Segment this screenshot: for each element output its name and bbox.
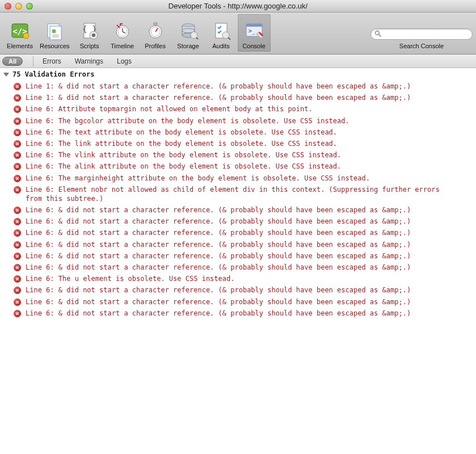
search-box[interactable]	[370, 28, 473, 40]
console-error-row[interactable]: Line 1: & did not start a character refe…	[0, 92, 476, 103]
console-group-header[interactable]: 75 Validation Errors	[0, 68, 476, 81]
zoom-window-button[interactable]	[26, 3, 33, 10]
toolbar-audits[interactable]: Audits	[205, 14, 238, 52]
console-error-row[interactable]: Line 6: The bgcolor attribute on the bod…	[0, 115, 476, 127]
console-message-text: Line 6: The link attribute on the body e…	[26, 139, 337, 148]
error-icon	[14, 275, 21, 283]
error-icon	[14, 287, 21, 294]
console-error-row[interactable]: Line 6: The u element is obsolete. Use C…	[0, 273, 476, 284]
console-filter-bar: All ErrorsWarningsLogs	[0, 54, 476, 68]
resources-icon	[44, 20, 65, 41]
console-error-row[interactable]: Line 6: & did not start a character refe…	[0, 308, 476, 319]
error-icon	[14, 186, 21, 194]
error-icon	[14, 241, 21, 249]
svg-line-25	[196, 37, 198, 39]
console-error-row[interactable]: Line 6: The alink attribute on the body …	[0, 161, 476, 172]
console-message-text: Line 6: & did not start a character refe…	[26, 217, 411, 226]
console-message-text: Line 6: The alink attribute on the body …	[26, 162, 341, 171]
console-error-row[interactable]: Line 6: & did not start a character refe…	[0, 204, 476, 216]
toolbar-profiles[interactable]: Profiles	[139, 14, 172, 52]
console-message-text: Line 6: & did not start a character refe…	[26, 228, 411, 237]
toolbar-item-label: Timeline	[111, 43, 134, 49]
svg-point-11	[92, 33, 95, 37]
main-toolbar: </>ElementsResources{ }ScriptsTimelinePr…	[0, 12, 476, 54]
toolbar-timeline[interactable]: Timeline	[106, 14, 139, 52]
search-area: Search Console	[370, 28, 473, 52]
error-icon	[14, 229, 21, 237]
scripts-icon: { }	[79, 20, 100, 41]
console-icon: >_	[243, 20, 265, 41]
toolbar-item-label: Storage	[177, 43, 199, 49]
filter-logs[interactable]: Logs	[113, 57, 135, 65]
console-message-text: Line 6: & did not start a character refe…	[26, 205, 411, 215]
console-message-text: Line 6: The vlink attribute on the body …	[26, 150, 341, 159]
filter-all-button[interactable]: All	[2, 57, 23, 66]
console-error-row[interactable]: Line 6: The marginheight attribute on th…	[0, 173, 476, 184]
console-error-row[interactable]: Line 6: & did not start a character refe…	[0, 250, 476, 262]
error-icon	[14, 129, 21, 136]
toolbar-item-label: Audits	[212, 43, 230, 49]
minimize-window-button[interactable]	[15, 3, 22, 10]
console-error-row[interactable]: Line 6: Element nobr not allowed as chil…	[0, 184, 476, 204]
console-message-text: Line 6: & did not start a character refe…	[26, 285, 411, 295]
error-icon	[14, 83, 21, 90]
console-message-text: Line 6: The u element is obsolete. Use C…	[26, 274, 234, 283]
toolbar-elements[interactable]: </>Elements	[3, 14, 36, 52]
group-title: 75 Validation Errors	[12, 70, 95, 78]
svg-line-35	[379, 34, 381, 36]
console-message-text: Line 1: & did not start a character refe…	[26, 93, 411, 102]
traffic-lights	[5, 3, 33, 10]
console-error-row[interactable]: Line 6: & did not start a character refe…	[0, 296, 476, 308]
toolbar-item-label: Resources	[40, 43, 70, 49]
toolbar-item-label: Console	[242, 43, 265, 49]
console-message-text: Line 1: & did not start a character refe…	[26, 82, 411, 91]
toolbar-scripts[interactable]: { }Scripts	[73, 14, 106, 52]
console-message-text: Line 6: & did not start a character refe…	[26, 240, 411, 249]
divider	[33, 56, 33, 66]
svg-rect-19	[154, 23, 157, 25]
error-icon	[14, 94, 21, 102]
storage-icon	[178, 20, 199, 41]
error-icon	[14, 207, 21, 214]
svg-rect-5	[52, 30, 56, 33]
console-message-text: Line 6: Element nobr not allowed as chil…	[26, 185, 445, 203]
search-input[interactable]	[384, 31, 469, 37]
filter-warnings[interactable]: Warnings	[71, 57, 107, 65]
toolbar-resources[interactable]: Resources	[36, 14, 73, 52]
error-icon	[14, 152, 21, 159]
console-error-row[interactable]: Line 6: The link attribute on the body e…	[0, 138, 476, 149]
profiles-icon	[145, 20, 166, 41]
console-error-row[interactable]: Line 6: The text attribute on the body e…	[0, 127, 476, 138]
error-icon	[14, 264, 21, 271]
search-icon	[374, 30, 381, 39]
console-error-row[interactable]: Line 6: & did not start a character refe…	[0, 284, 476, 296]
svg-rect-30	[246, 24, 262, 27]
timeline-icon	[112, 20, 133, 41]
console-error-row[interactable]: Line 1: & did not start a character refe…	[0, 81, 476, 92]
console-error-row[interactable]: Line 6: & did not start a character refe…	[0, 262, 476, 273]
error-icon	[14, 175, 21, 182]
window-title: Developer Tools - http://www.google.co.u…	[0, 2, 476, 10]
console-message-text: Line 6: Attribute topmargin not allowed …	[26, 104, 313, 114]
close-window-button[interactable]	[5, 3, 11, 10]
console-error-row[interactable]: Line 6: Attribute topmargin not allowed …	[0, 103, 476, 115]
console-error-row[interactable]: Line 6: The vlink attribute on the body …	[0, 149, 476, 161]
filter-errors[interactable]: Errors	[39, 57, 65, 65]
console-error-row[interactable]: Line 6: & did not start a character refe…	[0, 216, 476, 227]
error-icon	[14, 117, 21, 125]
svg-point-2	[23, 33, 29, 39]
console-error-row[interactable]: Line 6: & did not start a character refe…	[0, 239, 476, 250]
console-message-text: Line 6: & did not start a character refe…	[26, 251, 411, 260]
toolbar-console[interactable]: >_Console	[238, 14, 271, 52]
toolbar-storage[interactable]: Storage	[172, 14, 205, 52]
console-panel[interactable]: 75 Validation Errors Line 1: & did not s…	[0, 68, 476, 454]
audits-icon	[210, 20, 232, 41]
toolbar-item-label: Elements	[7, 43, 33, 49]
error-icon	[14, 218, 21, 225]
search-label: Search Console	[399, 43, 444, 49]
disclosure-triangle-icon[interactable]	[3, 73, 9, 77]
console-message-text: Line 6: & did not start a character refe…	[26, 263, 411, 272]
console-message-text: Line 6: & did not start a character refe…	[26, 309, 411, 318]
console-error-row[interactable]: Line 6: & did not start a character refe…	[0, 227, 476, 238]
console-message-text: Line 6: The bgcolor attribute on the bod…	[26, 116, 349, 125]
